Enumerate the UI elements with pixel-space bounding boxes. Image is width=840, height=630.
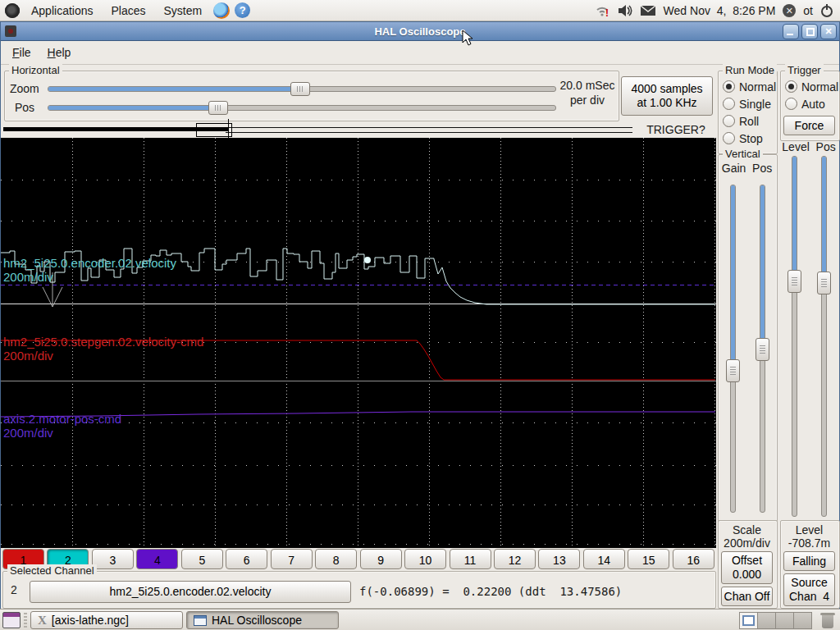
halscope-task-icon (194, 615, 207, 626)
trigger-frame: Trigger NormalAuto Force (780, 71, 840, 141)
trigger-pos-handle[interactable] (817, 272, 831, 294)
channel-button-6[interactable]: 6 (226, 549, 267, 569)
channel-button-8[interactable]: 8 (315, 549, 357, 569)
workspace-2[interactable] (758, 613, 776, 628)
channel-signal-button[interactable]: hm2_5i25.0.encoder.02.velocity (30, 581, 351, 603)
horizontal-zoom-slider[interactable] (48, 82, 556, 94)
edge-button[interactable]: Falling (783, 551, 835, 571)
trace-label: 200m/div (3, 426, 53, 440)
channel-button-16[interactable]: 16 (673, 549, 714, 569)
channel-button-3[interactable]: 3 (92, 549, 134, 569)
window-content: Horizontal Zoom Pos 20.0 mSecper div 400… (1, 65, 839, 609)
close-button[interactable]: ✕ (820, 24, 837, 39)
user-status-icon[interactable]: ✕ (783, 4, 796, 17)
run-mode-radio-stop[interactable]: Stop (719, 130, 777, 147)
workspace-3[interactable] (776, 613, 794, 628)
run-mode-radio-normal[interactable]: Normal (719, 78, 777, 95)
zoom-label: Zoom (10, 82, 39, 95)
channel-button-14[interactable]: 14 (583, 549, 625, 569)
workspace-4[interactable] (794, 613, 811, 628)
radio-label: Single (739, 98, 771, 111)
username-label[interactable]: ot (803, 4, 813, 17)
zoom-slider-handle[interactable] (290, 82, 310, 96)
radio-icon[interactable] (723, 98, 735, 110)
record-view-bar (2, 121, 634, 139)
minimize-button[interactable] (783, 24, 799, 39)
horizontal-legend: Horizontal (9, 64, 62, 76)
screen: Applications Places System ? ! Wed No (0, 0, 840, 630)
trigger-radio-auto[interactable]: Auto (781, 95, 839, 112)
mail-icon[interactable] (640, 5, 656, 16)
channel-button-12[interactable]: 12 (494, 549, 536, 569)
horizontal-pos-slider[interactable] (48, 101, 556, 113)
radio-icon[interactable] (723, 80, 735, 93)
trigger-level-slider[interactable] (788, 156, 800, 517)
trace-label: hm2_5i25.0.encoder.02.velocity (3, 256, 176, 270)
pos-label: Pos (15, 101, 34, 114)
menu-file[interactable]: File (6, 43, 38, 62)
radio-icon[interactable] (785, 80, 797, 93)
run-mode-radio-roll[interactable]: Roll (719, 112, 777, 130)
chan-off-button[interactable]: Chan Off (721, 587, 773, 606)
selected-channel-legend: Selected Channel (7, 564, 97, 577)
task-axis[interactable]: X [axis-lathe.ngc] (30, 611, 183, 629)
trace-label: axis.2.motor-pos-cmd (3, 412, 121, 426)
menu-system[interactable]: System (158, 2, 209, 19)
pos-slider-handle[interactable] (208, 101, 228, 115)
channel-button-15[interactable]: 15 (628, 549, 669, 569)
task-halscope[interactable]: HAL Oscilloscope (186, 611, 339, 629)
trigger-status-label: TRIGGER? (637, 123, 714, 136)
menubar: File Help (1, 41, 839, 65)
channel-button-13[interactable]: 13 (538, 549, 580, 569)
channel-button-11[interactable]: 11 (450, 549, 491, 569)
force-trigger-button[interactable]: Force (783, 116, 835, 135)
scale-title: Scale (719, 523, 775, 536)
vertical-frame: Vertical Gain Pos (718, 154, 778, 522)
radio-icon[interactable] (723, 115, 735, 127)
axis-task-icon: X (38, 614, 47, 628)
scale-value: 200m/div (719, 536, 775, 550)
trash-icon[interactable] (820, 612, 835, 628)
network-icon[interactable]: ! (596, 4, 610, 17)
firefox-launcher-icon[interactable] (213, 2, 230, 19)
halscope-window: HAL Oscilloscope ✕ File Help Horizontal … (0, 21, 840, 609)
scale-box: Scale 200m/div Offset0.000 Chan Off (718, 520, 778, 609)
level-value: -708.7m (781, 536, 838, 550)
trigger-pos-slider[interactable] (817, 156, 829, 517)
radio-label: Stop (739, 132, 763, 145)
record-window-box (196, 123, 232, 137)
cursor-readout: f(-0.06899) = 0.22200 (ddt 13.47586) (359, 585, 622, 598)
samples-rate-button[interactable]: 4000 samplesat 1.00 KHz (621, 76, 713, 116)
vertical-pos-slider[interactable] (756, 185, 768, 513)
channel-button-9[interactable]: 9 (360, 549, 402, 569)
distro-menu-icon[interactable] (5, 3, 20, 18)
help-launcher-icon[interactable]: ? (235, 2, 250, 18)
window-menu-icon[interactable] (5, 25, 16, 37)
gain-slider-handle[interactable] (726, 359, 740, 382)
power-icon[interactable] (820, 4, 833, 17)
trigger-source-button[interactable]: SourceChan 4 (783, 573, 835, 606)
channel-button-10[interactable]: 10 (404, 549, 446, 569)
menu-help[interactable]: Help (41, 43, 78, 62)
clock[interactable]: Wed Nov 4, 8:26 PM (664, 4, 776, 17)
trigger-level-handle[interactable] (788, 270, 801, 293)
channel-button-7[interactable]: 7 (271, 549, 313, 569)
channel-button-5[interactable]: 5 (181, 549, 223, 569)
offset-button[interactable]: Offset0.000 (721, 551, 773, 584)
run-mode-radio-single[interactable]: Single (719, 95, 777, 112)
menu-places[interactable]: Places (105, 2, 153, 19)
vertical-gain-slider[interactable] (726, 185, 738, 513)
scope-display[interactable]: hm2_5i25.0.encoder.02.velocity200m/divhm… (1, 138, 716, 548)
channel-button-4[interactable]: 4 (136, 549, 178, 569)
show-desktop-icon[interactable] (2, 612, 21, 628)
workspace-1[interactable] (740, 613, 758, 628)
time-per-div-label: 20.0 mSecper div (557, 78, 618, 107)
menu-applications[interactable]: Applications (25, 2, 100, 19)
radio-icon[interactable] (723, 132, 735, 144)
trigger-radio-normal[interactable]: Normal (781, 78, 839, 95)
radio-icon[interactable] (785, 98, 797, 110)
vertical-pos-handle[interactable] (756, 338, 769, 361)
volume-icon[interactable] (618, 4, 632, 17)
maximize-button[interactable] (801, 24, 818, 39)
titlebar[interactable]: HAL Oscilloscope ✕ (1, 22, 839, 41)
